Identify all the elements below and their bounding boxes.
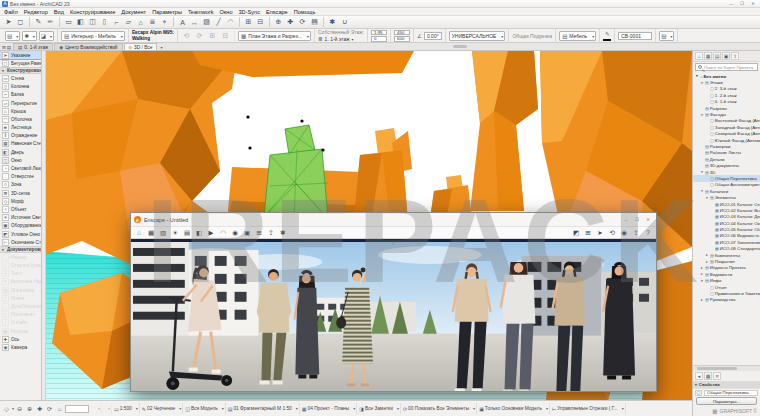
menu-item[interactable]: Enscape (266, 9, 288, 15)
tool-opening[interactable]: ◌ Отверстие (0, 173, 41, 181)
pen-color-button[interactable]: ✎ (603, 31, 611, 41)
menu-item[interactable]: Помощь (294, 9, 316, 15)
enscape-window[interactable]: e Enscape - Untitled —❒✕ ⌂▦▧☀▤◧▶◠◉▣⊞⇪✱ ◩… (130, 212, 657, 392)
tool-spline[interactable]: ∫ Сплайн (0, 319, 41, 327)
multiply-icon[interactable]: ⊟ (220, 30, 231, 41)
tool-line[interactable]: ╱ Линия (0, 294, 41, 302)
nav-delete-icon[interactable]: ✕ (713, 372, 721, 380)
tool-axis[interactable]: ✚ Ось (0, 335, 41, 343)
tool-morph[interactable]: ◇ Морф (0, 197, 41, 205)
nav-project-chooser[interactable]: ⌂ (695, 52, 703, 60)
favorites-dropdown[interactable]: ▤ (5, 31, 20, 41)
tool-skylight[interactable]: ◔ Световой Люк (0, 164, 41, 172)
menu-item[interactable]: Документ (121, 9, 146, 15)
ens-minimize-button[interactable]: — (621, 217, 631, 223)
menu-item[interactable]: Конструирование (70, 9, 115, 15)
ens-screenshot[interactable]: ◉ (230, 228, 240, 238)
library-part-combo[interactable]: ▤Интерьер - Мебель (61, 31, 125, 41)
sb-fit-view[interactable]: ⌂ (55, 404, 64, 413)
angle-field[interactable]: 0.00° (424, 32, 442, 40)
object-icon[interactable]: ⌖ (159, 17, 170, 28)
default-settings-dropdown[interactable]: ✱ (22, 31, 37, 41)
toolbar-icon[interactable] (269, 17, 270, 27)
ens-main-menu[interactable]: ⌂ (134, 228, 144, 238)
nav-view-settings-icon[interactable]: ▦ (704, 372, 712, 380)
tool-arrow[interactable]: ➤ Указание (0, 51, 41, 59)
ens-window-mode[interactable]: ⊞ (583, 228, 593, 238)
chevron-down-icon[interactable]: ▾ (12, 406, 14, 411)
tool-label[interactable]: ✎ Выносная Надпись (0, 278, 41, 286)
rotate-left-icon[interactable]: ⟲ (181, 30, 192, 41)
menu-item[interactable]: Вид (54, 9, 64, 15)
layers-icon[interactable]: ▤ (309, 17, 320, 28)
placement-view-combo[interactable]: ▦План Этажа и Разрез... (238, 31, 311, 41)
close-button[interactable]: ✕ (748, 1, 758, 7)
sb-renovation-filter-combo[interactable]: ⟳ 00 Показать Все Элементы (401, 403, 477, 414)
fill-icon[interactable]: ▨ (201, 17, 212, 28)
menu-item[interactable]: Редактор (24, 9, 48, 15)
sb-zoom-level[interactable] (92, 403, 102, 414)
properties-header[interactable]: Свойства (693, 381, 760, 388)
tab-overview-icon[interactable]: ⊞ (2, 45, 6, 50)
toolbar-icon[interactable] (59, 17, 60, 27)
ens-scene-settings[interactable]: ▦ (146, 228, 156, 238)
anchor-combo[interactable]: УНИВЕРСАЛЬНОЕ (449, 31, 506, 41)
tool-polyline[interactable]: ∿ Полилиния (0, 311, 41, 319)
ens-upload[interactable]: ⇪ (631, 228, 641, 238)
chevron-down-icon[interactable]: ▾ (352, 37, 354, 42)
sb-pen-set-combo[interactable]: ✎ 02 Черчение (140, 403, 183, 414)
toolbar-icon[interactable] (29, 17, 30, 27)
ratio-top-field[interactable]: 1:95 (371, 30, 387, 36)
tool-object[interactable]: ⌖ Объект (0, 205, 41, 213)
tool-marquee[interactable]: ◻ Бегущая Рамка (0, 59, 41, 67)
menu-item[interactable]: Teamwork (188, 9, 214, 15)
tool-railing[interactable]: ‖ Ограждение (0, 132, 41, 140)
ens-close-button[interactable]: ✕ (643, 217, 653, 223)
tabbar-grip[interactable] (453, 45, 467, 48)
text-icon[interactable]: A (177, 17, 188, 28)
tool-slab[interactable]: ▱ Перекрытие (0, 99, 41, 107)
minimize-button[interactable]: — (726, 1, 736, 7)
nav-view-map[interactable]: ▤ (713, 52, 721, 60)
menu-item[interactable]: Файл (4, 9, 18, 15)
sb-pan[interactable]: ✚ (35, 404, 44, 413)
nav-layout-book[interactable]: ▣ (722, 52, 730, 60)
tool-drawing[interactable]: ▣ Рисунок (0, 327, 41, 335)
tool-corner-window[interactable]: ◩ Угловое Окно (0, 230, 41, 238)
sb-orbit[interactable]: ⟳ (45, 404, 54, 413)
ens-render-image[interactable]: ▣ (242, 228, 252, 238)
sb-zoom-in[interactable]: ⊕ (25, 404, 34, 413)
viewport-scrollbar[interactable] (42, 51, 46, 400)
orbit-icon[interactable]: ⟳ (297, 17, 308, 28)
tool-roof[interactable]: ⌂ Крыша (0, 107, 41, 115)
dim-bottom-field[interactable]: 600 (394, 36, 410, 42)
tool-camera[interactable]: ◉ Камера (0, 343, 41, 351)
sb-graphic-override-combo[interactable]: ◨ Все Заметки (357, 403, 401, 414)
own-story-value[interactable]: 1. 1-й этаж (325, 36, 350, 42)
beam-icon[interactable]: ⌐ (111, 17, 122, 28)
ens-fly-mode[interactable]: ➤ (595, 228, 605, 238)
tool-beam[interactable]: ⌐ Балка (0, 91, 41, 99)
tool-window[interactable]: ◫ Окно (0, 156, 41, 164)
sb-orientation[interactable] (102, 403, 112, 414)
ens-video-editor[interactable]: ▶ (206, 228, 216, 238)
sb-model-filter-combo[interactable]: ◫ Вся Модель (183, 403, 225, 414)
sb-scale-combo[interactable]: ▭ 1:500 (112, 403, 140, 414)
navigator-hscrollbar[interactable] (693, 366, 760, 371)
ens-asset-library[interactable]: ▤ (182, 228, 192, 238)
ens-visual-presets[interactable]: ▧ (158, 228, 168, 238)
sb-structure-display-combo[interactable]: ▣ Только Основная Модель (477, 403, 550, 414)
geometry-method-icon[interactable]: ◇ (2, 404, 11, 413)
toolbar-icon[interactable] (323, 17, 324, 27)
wall-icon[interactable]: ▭ (63, 17, 74, 28)
slab-icon[interactable]: ▱ (123, 17, 134, 28)
tree-item[interactable]: ▸ ▤ Руководства (693, 297, 760, 303)
tool-level-dimension[interactable]: ⊥ Отметка Уровня (0, 262, 41, 270)
tool-stair[interactable]: ≣ Лестница (0, 124, 41, 132)
ens-materials[interactable]: ◧ (194, 228, 204, 238)
sb-trim-combo[interactable]: ⊢ Управляемые Отрезки ( Г... (550, 403, 626, 414)
tool-shell[interactable]: ◠ Оболочка (0, 115, 41, 123)
more-options-dropdown[interactable]: ▤ (659, 31, 674, 41)
pen-icon[interactable]: ✎ (33, 17, 44, 28)
settings-button[interactable]: Параметры... (696, 397, 757, 405)
